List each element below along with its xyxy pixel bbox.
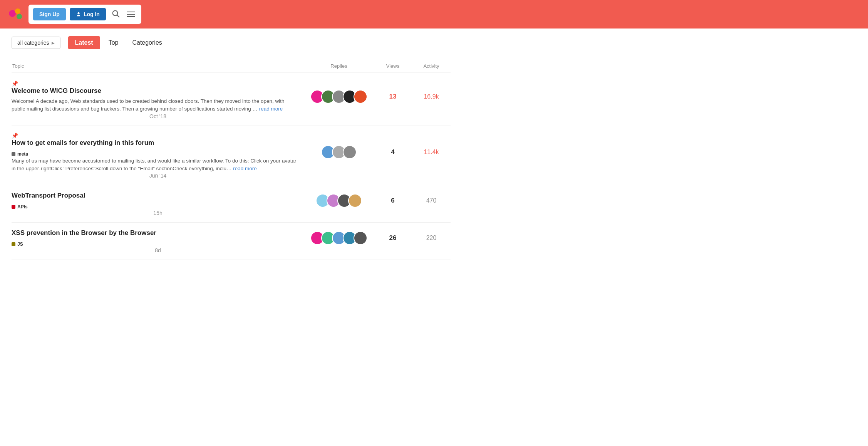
avatar	[348, 194, 362, 208]
main-content: all categories ▶ Latest Top Categories T…	[0, 29, 462, 268]
topic-avatars	[304, 90, 374, 104]
col-views: 220	[412, 235, 451, 241]
activity-time: Oct '18	[149, 113, 166, 119]
signup-button[interactable]: Sign Up	[33, 8, 66, 20]
tag-dot	[12, 205, 15, 209]
avatar	[343, 145, 357, 159]
col-replies: 4	[374, 148, 412, 156]
col-replies: 13	[374, 93, 412, 101]
views-count: 11.4k	[424, 149, 439, 155]
table-header: Topic Replies Views Activity	[12, 60, 451, 72]
col-replies: 26	[374, 234, 412, 242]
menu-line	[127, 14, 135, 15]
topic-avatars	[304, 194, 374, 208]
avatar-group	[310, 90, 367, 104]
avatar	[354, 231, 367, 245]
user-icon	[76, 12, 81, 17]
views-count: 16.9k	[424, 93, 439, 100]
topic-avatars	[304, 145, 374, 159]
replies-count: 6	[391, 197, 394, 204]
col-header-views: Views	[374, 63, 412, 69]
topic-title-area: 📌Welcome to WICG DiscourseWelcome! A dec…	[12, 80, 304, 113]
col-activity: 8d	[12, 247, 304, 253]
menu-line	[127, 16, 135, 17]
col-header-replies: Replies	[304, 63, 374, 69]
col-header-activity: Activity	[412, 63, 451, 69]
table-row: XSS prevention in the Browser by the Bro…	[12, 223, 451, 260]
topic-excerpt: Welcome! A decade ago, Web standards use…	[12, 97, 297, 113]
svg-line-4	[117, 15, 119, 17]
tag-dot	[12, 152, 15, 156]
tag-label: JS	[17, 241, 23, 247]
topic-excerpt: Many of us may have become accustomed to…	[12, 157, 297, 173]
read-more-link[interactable]: read more	[259, 106, 283, 112]
col-views: 16.9k	[412, 93, 451, 100]
views-count: 470	[426, 197, 437, 204]
tag-dot	[12, 242, 15, 246]
col-views: 11.4k	[412, 149, 451, 156]
table-row: 📌Welcome to WICG DiscourseWelcome! A dec…	[12, 74, 451, 126]
categories-dropdown[interactable]: all categories ▶	[12, 37, 60, 49]
topic-tag[interactable]: JS	[12, 241, 23, 247]
topic-tag[interactable]: APIs	[12, 204, 28, 210]
activity-time: Jun '14	[149, 173, 167, 179]
topics-list: 📌Welcome to WICG DiscourseWelcome! A dec…	[12, 74, 451, 260]
views-count: 220	[426, 235, 437, 241]
replies-count: 13	[389, 93, 397, 100]
topic-title-area: 📌How to get emails for everything in thi…	[12, 132, 304, 173]
col-activity: 15h	[12, 210, 304, 216]
replies-count: 26	[389, 234, 397, 241]
tab-latest[interactable]: Latest	[68, 36, 100, 49]
activity-time: 15h	[153, 210, 162, 216]
avatar	[354, 90, 367, 104]
svg-point-0	[9, 10, 16, 17]
svg-point-1	[15, 8, 20, 14]
tab-top[interactable]: Top	[102, 36, 126, 49]
col-activity: Oct '18	[12, 113, 304, 119]
tab-categories[interactable]: Categories	[125, 36, 169, 49]
nav-bar: all categories ▶ Latest Top Categories	[12, 36, 451, 49]
col-activity: Jun '14	[12, 173, 304, 179]
tag-label: APIs	[17, 204, 28, 210]
topic-title[interactable]: WebTransport Proposal	[12, 191, 297, 200]
topic-title[interactable]: XSS prevention in the Browser by the Bro…	[12, 229, 297, 237]
svg-point-2	[17, 14, 22, 19]
topic-title-area: WebTransport Proposal APIs	[12, 191, 304, 210]
col-replies: 6	[374, 197, 412, 205]
table-row: 📌How to get emails for everything in thi…	[12, 126, 451, 186]
chevron-right-icon: ▶	[52, 41, 55, 45]
pin-icon: 📌	[12, 132, 18, 139]
topic-title-area: XSS prevention in the Browser by the Bro…	[12, 229, 304, 247]
topic-title[interactable]: How to get emails for everything in this…	[12, 139, 297, 147]
header-controls: Sign Up Log In	[28, 5, 141, 24]
replies-count: 4	[391, 148, 394, 156]
topic-tag[interactable]: meta	[12, 151, 28, 157]
header: Sign Up Log In	[0, 0, 868, 29]
read-more-link[interactable]: read more	[233, 166, 257, 171]
table-row: WebTransport Proposal APIs 647015h	[12, 185, 451, 223]
topic-title[interactable]: Welcome to WICG Discourse	[12, 87, 297, 95]
tag-label: meta	[17, 151, 28, 157]
activity-time: 8d	[155, 247, 161, 253]
avatar-group	[316, 194, 362, 208]
col-views: 470	[412, 197, 451, 204]
topic-avatars	[304, 231, 374, 245]
logo	[8, 6, 24, 23]
col-header-topic: Topic	[12, 63, 304, 69]
search-button[interactable]	[110, 8, 121, 21]
pin-icon: 📌	[12, 80, 18, 87]
search-icon	[111, 9, 120, 18]
login-button[interactable]: Log In	[70, 8, 106, 20]
menu-button[interactable]	[125, 10, 137, 18]
menu-line	[127, 12, 135, 12]
avatar-group	[310, 231, 367, 245]
avatar-group	[321, 145, 357, 159]
